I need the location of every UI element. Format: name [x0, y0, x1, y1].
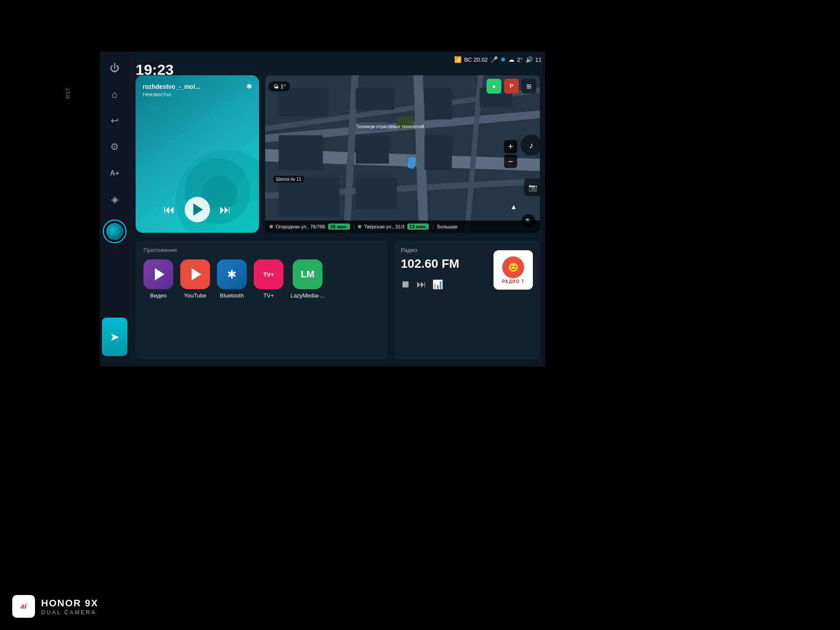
volume-level: 11	[536, 56, 542, 63]
app-item-youtube[interactable]: YouTube	[180, 259, 210, 299]
app-item-video[interactable]: Видео	[144, 259, 173, 299]
app-icon-bluetooth: ✱	[217, 259, 247, 289]
radio-label: Радио	[401, 247, 487, 253]
bluetooth-status-icon: ✱	[500, 56, 506, 63]
radio-eq-button[interactable]: 📊	[432, 279, 443, 290]
sidebar-item-settings[interactable]: ⚙	[105, 137, 124, 157]
radio-next-button[interactable]: ⏭	[416, 279, 426, 290]
bluetooth-music-icon: ✱	[246, 82, 252, 91]
honor-model: HONOR 9X	[41, 598, 98, 609]
app-label-video: Видео	[150, 292, 167, 299]
rst-label: RST	[65, 88, 71, 99]
navigate-button[interactable]: ➤	[102, 318, 127, 356]
apps-section: Приложения Видео YouTube ✱ Bluetooth	[136, 241, 388, 360]
map-widget[interactable]: Школа № 11 Техникум отраслевых технологи…	[265, 75, 540, 233]
music-widget[interactable]: rozhdestvo_-_mol... Неизвестно ✱ ⏮ ⏭	[136, 75, 259, 233]
map-temperature: 1°	[280, 83, 286, 90]
radio-stop-button[interactable]: ⏹	[401, 279, 410, 290]
compass-button[interactable]: ▲	[510, 203, 517, 211]
radio-station-logo: 😊 РАДИО 7	[494, 250, 533, 290]
dest1-time: 29 мин.	[328, 224, 350, 230]
radio-section[interactable]: Радио 102.60 FM ⏹ ⏭ 📊 😊 РАДИО 7	[394, 241, 540, 360]
app-item-tv[interactable]: TV+ TV+	[254, 259, 284, 299]
status-bar: 📶 BC 20.02 🎤 ✱ ☁ 2° 🔊 11	[454, 56, 542, 63]
app-item-bluetooth[interactable]: ✱ Bluetooth	[217, 259, 247, 299]
app-label-tv: TV+	[263, 292, 274, 299]
sidebar-item-power[interactable]: ⏻	[105, 59, 124, 78]
weather-icon: 🌤	[273, 83, 279, 90]
apps-grid: Видео YouTube ✱ Bluetooth TV+ TV+ L	[144, 259, 380, 299]
radio-frequency: 102.60 FM	[401, 257, 487, 271]
map-background: Школа № 11 Техникум отраслевых технологи…	[265, 75, 540, 233]
next-button[interactable]: ⏭	[220, 203, 231, 217]
date-display: BC 20.02	[464, 56, 488, 63]
map-apps-btn[interactable]: ⊞	[522, 79, 536, 94]
music-controls: ⏮ ⏭	[136, 197, 259, 222]
honor-ai-logo: ai	[12, 595, 35, 618]
cloud-icon: ☁	[508, 56, 514, 63]
map-parking-btn[interactable]: P	[504, 79, 519, 94]
poi-technikum: Техникум отраслевых технологий	[353, 122, 388, 131]
sidebar-item-brightness[interactable]: A+	[105, 164, 124, 183]
zoom-in-button[interactable]: +	[504, 140, 517, 153]
sidebar: ⏻ ⌂ ↩ ⚙ A+ ◈ ➤	[100, 52, 130, 367]
temperature-display: 2°	[517, 56, 522, 63]
music-float-button[interactable]: ♪	[521, 135, 542, 156]
app-icon-tv: TV+	[254, 259, 284, 289]
app-icon-lazymedia: LM	[293, 259, 322, 289]
camera-side-button[interactable]: 📷	[524, 178, 542, 196]
dest3-name: Большая	[437, 224, 457, 229]
car-marker	[407, 157, 416, 169]
dest1-dot	[270, 225, 273, 228]
app-item-lazymedia[interactable]: LM LazyMedia-...	[290, 259, 325, 299]
sidebar-item-home[interactable]: ⌂	[105, 85, 124, 104]
wifi-icon: 📶	[454, 56, 462, 63]
radio-info: Радио 102.60 FM ⏹ ⏭ 📊	[401, 247, 487, 354]
play-button[interactable]	[185, 197, 210, 222]
dest2-dot	[358, 225, 361, 228]
mic-icon: 🎤	[490, 56, 498, 63]
map-destinations-bar: Огородная ул., 76/78Б 29 мин. | Тверская…	[265, 220, 540, 233]
app-label-bluetooth: Bluetooth	[220, 292, 244, 299]
honor-badge: ai HONOR 9X DUAL CAMERA	[12, 595, 98, 618]
honor-text: HONOR 9X DUAL CAMERA	[41, 598, 98, 616]
honor-sub: DUAL CAMERA	[41, 609, 98, 616]
app-label-youtube: YouTube	[184, 292, 206, 299]
weather-badge: 🌤 1°	[269, 81, 290, 91]
zoom-out-button[interactable]: −	[504, 155, 517, 168]
map-top-bar: 🌤 1° ● P ⊞	[269, 79, 536, 94]
poi-school: Школа № 11	[273, 176, 304, 182]
music-artist: Неизвестно	[143, 91, 252, 98]
alexa-button[interactable]	[103, 220, 126, 243]
radio-controls: ⏹ ⏭ 📊	[401, 279, 487, 290]
map-zoom-controls: + −	[504, 140, 517, 168]
sidebar-item-back[interactable]: ↩	[105, 111, 124, 130]
app-icon-youtube	[180, 259, 210, 289]
music-track: rozhdestvo_-_mol...	[143, 83, 230, 90]
dest2-name: Тверская ул., 31/3	[364, 224, 404, 229]
sidebar-item-cube[interactable]: ◈	[105, 190, 124, 209]
app-icon-video	[144, 259, 173, 289]
volume-icon: 🔊	[525, 56, 533, 63]
map-green-btn[interactable]: ●	[486, 79, 501, 94]
prev-button[interactable]: ⏮	[164, 203, 175, 217]
app-label-lazymedia: LazyMedia-...	[290, 292, 325, 299]
apps-section-title: Приложения	[144, 247, 380, 253]
main-screen: 19:23 ···· H+ 📶 BC 20.02 🎤 ✱ ☁ 2° 🔊 11 r…	[130, 52, 545, 367]
dest2-time: 13 мин.	[407, 224, 429, 230]
dest1-name: Огородная ул., 76/78Б	[276, 224, 326, 229]
